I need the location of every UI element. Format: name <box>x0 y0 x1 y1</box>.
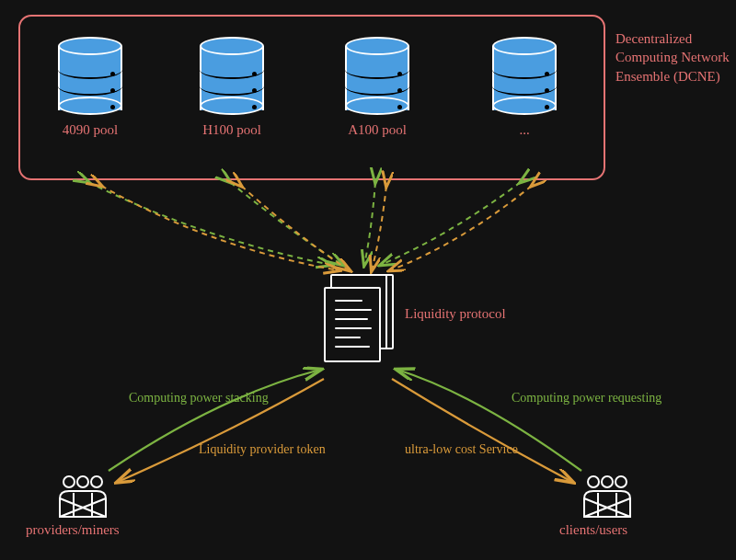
pool-more: ... <box>488 37 561 138</box>
providers-label: providers/miners <box>26 522 120 538</box>
clients-label: clients/users <box>559 522 627 538</box>
database-icon <box>58 37 122 115</box>
flow-low-cost: ultra-low cost Service <box>405 441 518 458</box>
dcne-title: Decentralized Computing Network Ensemble… <box>615 29 736 86</box>
pool-label: 4090 pool <box>53 122 127 138</box>
liquidity-protocol-node <box>324 274 397 366</box>
svg-point-0 <box>63 476 75 487</box>
pool-h100: H100 pool <box>195 37 269 138</box>
database-icon <box>200 37 264 115</box>
database-icon <box>492 37 557 115</box>
providers-icon <box>55 473 110 519</box>
liquidity-protocol-label: Liquidity protocol <box>405 305 506 324</box>
svg-point-5 <box>615 476 627 487</box>
svg-point-2 <box>91 476 102 487</box>
flow-power-requesting: Computing power requesting <box>512 390 661 406</box>
clients-icon <box>580 473 635 519</box>
flow-provider-token: Liquidity provider token <box>199 441 326 458</box>
database-icon <box>345 37 409 115</box>
pool-a100: A100 pool <box>340 37 414 138</box>
svg-point-4 <box>602 476 613 487</box>
pool-label: ... <box>488 122 561 138</box>
svg-point-1 <box>77 476 88 487</box>
pool-4090: 4090 pool <box>53 37 127 138</box>
svg-point-3 <box>588 476 599 487</box>
pool-label: H100 pool <box>195 122 269 138</box>
flow-power-stacking: Computing power stacking <box>129 390 269 406</box>
pool-label: A100 pool <box>340 122 414 138</box>
